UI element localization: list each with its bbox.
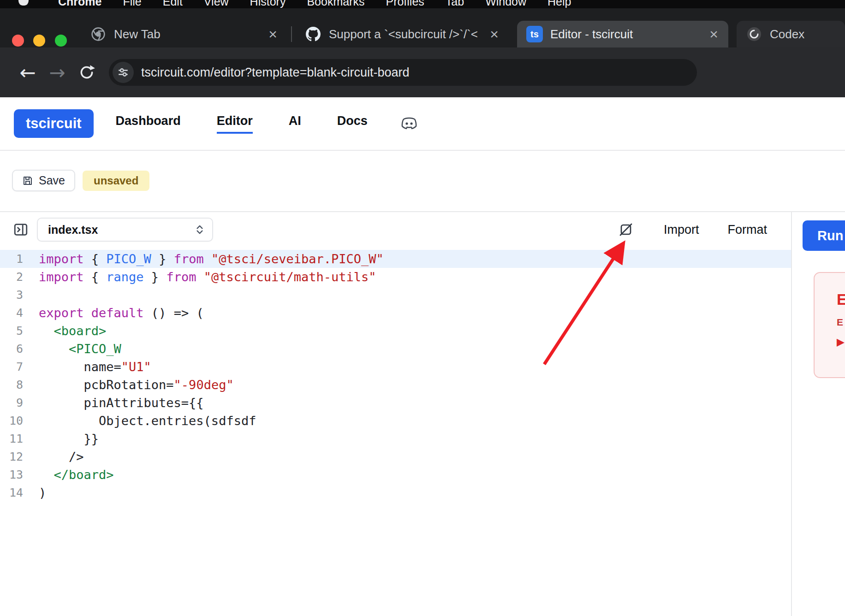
menubar-item-profiles[interactable]: Profiles <box>386 0 424 8</box>
discord-icon[interactable] <box>401 117 417 130</box>
menubar-item-history[interactable]: History <box>250 0 286 8</box>
code-line[interactable]: 8 pcbRotation="-90deg" <box>0 376 791 394</box>
code-text: <board> <box>39 322 106 340</box>
line-number: 6 <box>0 340 23 358</box>
autoformat-disabled-icon[interactable] <box>619 222 633 237</box>
nav-item-docs[interactable]: Docs <box>337 114 368 134</box>
line-number: 2 <box>0 268 23 286</box>
browser-tab-editor-tscircuit[interactable]: ts Editor - tscircuit × <box>517 21 728 47</box>
tab-close-icon[interactable]: × <box>708 27 720 41</box>
site-settings-icon[interactable] <box>113 62 134 83</box>
error-panel: E E ▶ <box>814 272 845 378</box>
run-button-label: Run <box>817 228 843 243</box>
tab-separator <box>291 26 292 42</box>
nav-item-dashboard[interactable]: Dashboard <box>116 114 181 134</box>
menubar-item-window[interactable]: Window <box>485 0 526 8</box>
file-select[interactable]: index.tsx <box>37 218 213 242</box>
line-number: 9 <box>0 394 23 412</box>
browser-tab-strip: New Tab × Support a `<subcircuit />`/`< … <box>0 8 845 47</box>
code-line[interactable]: 6 <PICO_W <box>0 340 791 358</box>
code-text: export default () => ( <box>39 304 204 322</box>
codex-icon <box>746 26 762 42</box>
panel-toggle-icon[interactable] <box>13 222 29 237</box>
line-number: 7 <box>0 358 23 376</box>
code-text: /> <box>39 448 84 466</box>
format-button[interactable]: Format <box>727 223 767 237</box>
menubar-item-chrome[interactable]: Chrome <box>58 0 101 8</box>
line-number: 8 <box>0 376 23 394</box>
tab-close-icon[interactable]: × <box>267 27 279 41</box>
code-line[interactable]: 13 </board> <box>0 466 791 484</box>
code-line[interactable]: 4export default () => ( <box>0 304 791 322</box>
code-line[interactable]: 2import { range } from "@tscircuit/math-… <box>0 268 791 286</box>
macos-menubar: Chrome File Edit View History Bookmarks … <box>0 0 845 8</box>
error-expand-marker[interactable]: ▶ <box>837 336 845 348</box>
line-number: 1 <box>0 250 23 268</box>
editor-pane: index.tsx Import Format 1import { PICO_W… <box>0 212 792 616</box>
site-header: tscircuit Dashboard Editor AI Docs <box>0 97 845 151</box>
tab-title: New Tab <box>114 27 259 41</box>
window-close-button[interactable] <box>12 35 24 47</box>
save-row: Save unsaved <box>12 170 845 191</box>
window-zoom-button[interactable] <box>55 35 67 47</box>
code-line[interactable]: 1import { PICO_W } from "@tsci/seveibar.… <box>0 250 791 268</box>
nav-item-editor[interactable]: Editor <box>217 114 253 134</box>
reload-icon[interactable] <box>72 64 101 81</box>
code-text: </board> <box>39 466 114 484</box>
chevron-up-down-icon <box>195 224 205 236</box>
line-number: 4 <box>0 304 23 322</box>
line-number: 13 <box>0 466 23 484</box>
github-icon <box>305 26 321 42</box>
code-editor[interactable]: 1import { PICO_W } from "@tsci/seveibar.… <box>0 250 791 502</box>
code-line[interactable]: 11 }} <box>0 430 791 448</box>
omnibox[interactable]: tscircuit.com/editor?template=blank-circ… <box>109 59 697 86</box>
code-text: Object.entries(sdfsdf <box>39 412 256 430</box>
tab-close-icon[interactable]: × <box>488 27 500 41</box>
menubar-item-tab[interactable]: Tab <box>446 0 464 8</box>
line-number: 5 <box>0 322 23 340</box>
code-line[interactable]: 3 <box>0 286 791 304</box>
line-number: 10 <box>0 412 23 430</box>
menubar-item-edit[interactable]: Edit <box>163 0 183 8</box>
import-button[interactable]: Import <box>664 223 699 237</box>
menubar-item-view[interactable]: View <box>204 0 229 8</box>
browser-tab-new-tab[interactable]: New Tab × <box>81 21 287 47</box>
code-line[interactable]: 12 /> <box>0 448 791 466</box>
code-text: <PICO_W <box>39 340 121 358</box>
code-line[interactable]: 10 Object.entries(sdfsdf <box>0 412 791 430</box>
tscircuit-logo[interactable]: tscircuit <box>14 109 94 138</box>
chrome-icon <box>90 26 107 42</box>
error-panel-heading: E <box>837 290 845 308</box>
browser-tab-codex[interactable]: Codex <box>737 21 845 47</box>
nav-item-ai[interactable]: AI <box>289 114 301 134</box>
code-text: ) <box>39 484 46 502</box>
save-button-label: Save <box>39 174 65 187</box>
code-text: import { PICO_W } from "@tsci/seveibar.P… <box>39 250 384 268</box>
code-text: pcbRotation="-90deg" <box>39 376 234 394</box>
code-text: import { range } from "@tscircuit/math-u… <box>39 268 376 286</box>
line-number: 11 <box>0 430 23 448</box>
run-button[interactable]: Run <box>803 220 845 251</box>
apple-logo-icon[interactable] <box>18 0 29 6</box>
browser-tab-github[interactable]: Support a `<subcircuit />`/`< × <box>296 21 509 47</box>
menubar-item-bookmarks[interactable]: Bookmarks <box>307 0 364 8</box>
editor-toolbar: index.tsx Import Format <box>0 212 791 247</box>
menubar-item-file[interactable]: File <box>123 0 141 8</box>
tab-title: Codex <box>770 27 837 41</box>
code-text: }} <box>39 430 99 448</box>
save-icon <box>22 175 33 186</box>
code-line[interactable]: 9 pinAttributes={{ <box>0 394 791 412</box>
forward-icon[interactable]: → <box>42 61 72 84</box>
save-button[interactable]: Save <box>12 170 75 191</box>
url-text[interactable]: tscircuit.com/editor?template=blank-circ… <box>141 65 410 80</box>
error-panel-text: E <box>837 317 845 328</box>
line-number: 14 <box>0 484 23 502</box>
code-line[interactable]: 5 <board> <box>0 322 791 340</box>
code-line[interactable]: 14) <box>0 484 791 502</box>
menubar-item-help[interactable]: Help <box>547 0 571 8</box>
tab-title: Editor - tscircuit <box>550 27 700 41</box>
code-line[interactable]: 7 name="U1" <box>0 358 791 376</box>
back-icon[interactable]: ← <box>13 61 42 84</box>
window-minimize-button[interactable] <box>33 35 45 47</box>
code-text: name="U1" <box>39 358 151 376</box>
